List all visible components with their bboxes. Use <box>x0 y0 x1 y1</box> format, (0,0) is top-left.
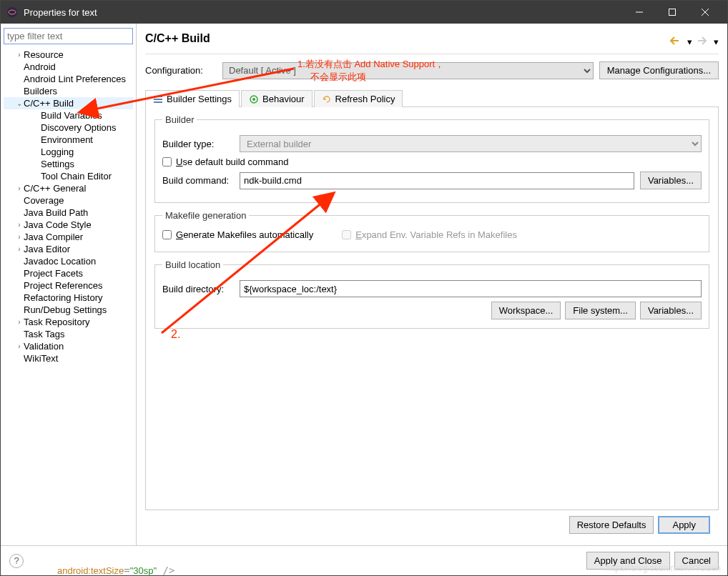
tree-item[interactable]: Tool Chain Editor <box>4 170 133 182</box>
preference-tree[interactable]: ›ResourceAndroidAndroid Lint Preferences… <box>4 49 133 364</box>
tree-item[interactable]: Javadoc Location <box>4 255 133 267</box>
tab-behaviour[interactable]: Behaviour <box>241 90 313 107</box>
tree-item[interactable]: Builders <box>4 85 133 97</box>
tree-item[interactable]: WikiText <box>4 352 133 364</box>
maximize-button[interactable] <box>656 1 689 24</box>
titlebar: Properties for text <box>1 1 727 24</box>
main-panel: C/C++ Build ▾ ▾ Configuration: Default [… <box>137 24 727 545</box>
page-title: C/C++ Build <box>145 32 670 45</box>
forward-icon[interactable] <box>697 36 709 47</box>
tree-item[interactable]: ›Task Repository <box>4 316 133 328</box>
build-directory-label: Build directory: <box>162 284 234 294</box>
svg-rect-3 <box>669 9 676 16</box>
tree-item[interactable]: Project References <box>4 279 133 292</box>
window-title: Properties for text <box>24 7 97 18</box>
svg-point-10 <box>252 98 255 101</box>
expand-env-refs-checkbox: Expand Env. Variable Refs in Makefiles <box>342 229 517 240</box>
tab-builder-settings[interactable]: Builder Settings <box>145 90 240 107</box>
watermark: https://blog.csdn.net/MrYolden <box>606 563 721 573</box>
location-variables-button[interactable]: Variables... <box>640 302 702 319</box>
tree-item[interactable]: ›C/C++ General <box>4 182 133 194</box>
tree-item[interactable]: Discovery Options <box>4 121 133 134</box>
svg-rect-6 <box>154 96 162 97</box>
tree-item[interactable]: ›Resource <box>4 49 133 61</box>
tree-item[interactable]: ›Java Compiler <box>4 231 133 243</box>
tree-item[interactable]: Run/Debug Settings <box>4 304 133 316</box>
svg-rect-8 <box>154 101 162 103</box>
minimize-button[interactable] <box>623 1 656 24</box>
tree-item[interactable]: Android <box>4 61 133 73</box>
builder-type-label: Builder type: <box>162 139 234 149</box>
build-location-group: Build location Build directory: Workspac… <box>154 259 709 329</box>
tree-item[interactable]: Build Variables <box>4 109 133 121</box>
tree-item[interactable]: Logging <box>4 146 133 158</box>
builder-group: Builder Builder type: External builder U… <box>154 114 709 203</box>
list-icon <box>153 94 163 104</box>
tab-refresh-policy[interactable]: Refresh Policy <box>314 90 403 107</box>
sidebar: ›ResourceAndroidAndroid Lint Preferences… <box>1 24 137 545</box>
back-menu-icon[interactable]: ▾ <box>687 36 692 47</box>
help-button[interactable]: ? <box>9 554 24 568</box>
apply-button[interactable]: Apply <box>658 516 710 534</box>
restore-defaults-button[interactable]: Restore Defaults <box>569 516 654 534</box>
tree-item[interactable]: ›Java Code Style <box>4 219 133 231</box>
tree-item[interactable]: Java Build Path <box>4 207 133 219</box>
record-icon <box>249 94 259 104</box>
tree-item[interactable]: ⌄C/C++ Build <box>4 97 133 109</box>
tree-item[interactable]: Settings <box>4 158 133 170</box>
code-snippet-below: android:textSize="30sp" /> <box>57 565 174 576</box>
builder-type-select[interactable]: External builder <box>240 135 702 152</box>
use-default-build-checkbox[interactable]: Use default build command <box>162 157 702 167</box>
tree-item[interactable]: Refactoring History <box>4 292 133 304</box>
tree-item[interactable]: Coverage <box>4 194 133 207</box>
tree-item[interactable]: Android Lint Preferences <box>4 73 133 85</box>
filesystem-button[interactable]: File system... <box>565 302 636 319</box>
build-variables-button[interactable]: Variables... <box>640 172 702 189</box>
build-command-label: Build command: <box>162 175 234 186</box>
configuration-select[interactable]: Default [ Active ] <box>222 62 594 79</box>
build-directory-input[interactable] <box>240 280 702 297</box>
refresh-icon <box>322 94 332 104</box>
tree-item[interactable]: ›Validation <box>4 340 133 352</box>
tree-item[interactable]: Task Tags <box>4 328 133 340</box>
svg-rect-7 <box>154 99 162 100</box>
build-command-input[interactable] <box>240 172 634 189</box>
workspace-button[interactable]: Workspace... <box>491 302 561 319</box>
manage-configurations-button[interactable]: Manage Configurations... <box>599 61 719 79</box>
eclipse-icon <box>6 6 18 18</box>
forward-menu-icon[interactable]: ▾ <box>714 36 719 47</box>
back-icon[interactable] <box>670 36 683 47</box>
tree-item[interactable]: Project Facets <box>4 267 133 279</box>
makefile-group: Makefile generation Generate Makefiles a… <box>154 210 709 252</box>
filter-input[interactable] <box>4 28 133 44</box>
close-button[interactable] <box>689 1 722 24</box>
tree-item[interactable]: ›Java Editor <box>4 243 133 255</box>
generate-makefiles-checkbox[interactable]: Generate Makefiles automatically <box>162 229 313 240</box>
tree-item[interactable]: Environment <box>4 134 133 146</box>
tabs: Builder Settings Behaviour Refresh Polic… <box>145 89 719 107</box>
configuration-label: Configuration: <box>145 65 217 76</box>
